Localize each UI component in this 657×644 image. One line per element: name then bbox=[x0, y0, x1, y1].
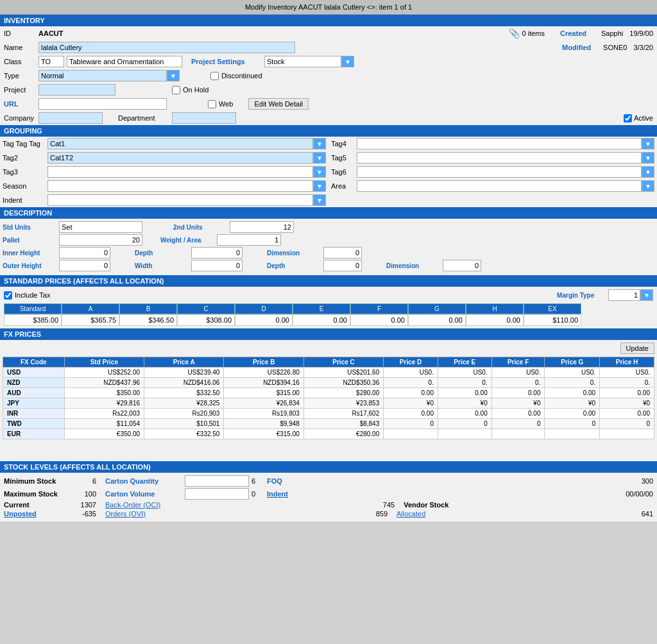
outerheight-input[interactable] bbox=[59, 260, 110, 271]
price-ex[interactable] bbox=[524, 314, 581, 326]
price-b[interactable] bbox=[119, 314, 177, 326]
fx-cell: 0 bbox=[491, 419, 545, 429]
fx-cell: US0. bbox=[600, 368, 654, 378]
edit-web-detail-button[interactable]: Edit Web Detail bbox=[248, 98, 309, 110]
allocated-link[interactable]: Allocated bbox=[397, 510, 448, 518]
current-value: 1307 bbox=[71, 501, 103, 509]
cartonqty-input[interactable] bbox=[185, 475, 249, 487]
secondunits-input[interactable] bbox=[230, 221, 294, 233]
description-section-header: DESCRIPTION bbox=[0, 207, 657, 219]
project-settings-input[interactable] bbox=[264, 56, 341, 67]
tag5-dropdown[interactable]: ▼ bbox=[642, 152, 654, 164]
fx-cell: $332.50 bbox=[144, 388, 224, 398]
name-input[interactable] bbox=[38, 42, 295, 53]
tagtag-dropdown[interactable]: ▼ bbox=[313, 138, 326, 149]
cartonvol-input[interactable] bbox=[185, 488, 249, 500]
include-tax-label: Include Tax bbox=[15, 291, 50, 299]
company-input[interactable] bbox=[38, 112, 103, 124]
modified-user: SONE0 bbox=[603, 44, 627, 51]
col-a: A bbox=[62, 303, 119, 314]
price-c[interactable] bbox=[177, 314, 235, 326]
fx-cell: ¥0 bbox=[384, 398, 438, 409]
tagtag-input[interactable] bbox=[47, 138, 313, 149]
pallet-input[interactable] bbox=[59, 234, 142, 246]
margin-type-dropdown[interactable]: ▼ bbox=[640, 289, 653, 301]
project-settings-dropdown[interactable]: ▼ bbox=[341, 56, 354, 67]
unposted-link[interactable]: Unposted bbox=[4, 510, 68, 518]
tag6-input[interactable] bbox=[357, 166, 642, 178]
id-value: AACUT bbox=[38, 30, 90, 37]
fx-col-a: Price A bbox=[144, 357, 224, 368]
weightarea-input[interactable] bbox=[217, 234, 281, 246]
fx-cell: ¥0 bbox=[545, 398, 600, 409]
class-code-input[interactable] bbox=[38, 56, 64, 67]
innerheight-input[interactable] bbox=[59, 247, 110, 258]
area-input[interactable] bbox=[357, 180, 642, 192]
project-settings-label: Project Settings bbox=[191, 58, 262, 65]
price-f[interactable] bbox=[350, 314, 408, 326]
discontinued-checkbox[interactable] bbox=[210, 72, 219, 80]
fx-cell: 0.00 bbox=[491, 388, 545, 398]
tag4-input[interactable] bbox=[357, 138, 642, 149]
width1-input[interactable] bbox=[191, 260, 243, 271]
fx-cell: NZD$416.06 bbox=[144, 378, 224, 388]
active-checkbox[interactable] bbox=[624, 114, 632, 123]
backorder-link[interactable]: Back-Order (OCI) bbox=[105, 501, 182, 509]
dimension2-input[interactable] bbox=[443, 260, 481, 271]
type-label: Type bbox=[4, 72, 36, 80]
season-dropdown[interactable]: ▼ bbox=[313, 180, 326, 192]
season-input[interactable] bbox=[47, 180, 313, 192]
area-dropdown[interactable]: ▼ bbox=[642, 180, 654, 192]
price-standard[interactable] bbox=[4, 314, 62, 326]
tag2-input[interactable] bbox=[47, 152, 313, 164]
tag3-input[interactable] bbox=[47, 166, 313, 178]
price-h[interactable] bbox=[466, 314, 524, 326]
fx-cell: ¥0 bbox=[491, 398, 545, 409]
onhold-checkbox[interactable] bbox=[172, 86, 180, 94]
minstock-value: 6 bbox=[71, 477, 103, 485]
unposted-value: -635 bbox=[71, 510, 103, 518]
col-c: C bbox=[177, 303, 235, 314]
fx-cell: NZD$350.36 bbox=[303, 378, 383, 388]
fx-cell: 0.00 bbox=[384, 388, 438, 398]
tag3-dropdown[interactable]: ▼ bbox=[313, 166, 326, 178]
web-checkbox[interactable] bbox=[208, 100, 216, 108]
fx-cell: 0. bbox=[438, 378, 491, 388]
price-e[interactable] bbox=[293, 314, 350, 326]
department-input[interactable] bbox=[172, 112, 236, 124]
fx-cell: 0 bbox=[600, 419, 654, 429]
orders-value: 859 bbox=[376, 510, 388, 518]
tag2-dropdown[interactable]: ▼ bbox=[313, 152, 326, 164]
orders-link[interactable]: Orders (OVI) bbox=[105, 510, 182, 518]
outerheight-label: Outer Height bbox=[3, 262, 54, 269]
active-label: Active bbox=[634, 114, 653, 122]
inventory-section-header: INVENTORY bbox=[0, 15, 657, 26]
update-button[interactable]: Update bbox=[620, 343, 654, 354]
depth2-input[interactable] bbox=[323, 260, 362, 271]
include-tax-checkbox[interactable] bbox=[4, 291, 12, 300]
indent-dropdown[interactable]: ▼ bbox=[313, 194, 326, 206]
url-input[interactable] bbox=[38, 98, 167, 110]
project-input[interactable] bbox=[38, 84, 115, 96]
price-a[interactable] bbox=[62, 314, 119, 326]
tag5-input[interactable] bbox=[357, 152, 642, 164]
fx-cell: €280.00 bbox=[303, 429, 383, 439]
depth1-label: Depth bbox=[135, 250, 186, 257]
dimension1-input[interactable] bbox=[323, 247, 362, 258]
fx-cell: 0. bbox=[491, 378, 545, 388]
class-desc-input[interactable] bbox=[67, 56, 182, 67]
type-dropdown[interactable]: ▼ bbox=[167, 70, 180, 81]
fx-cell: 0.00 bbox=[545, 409, 600, 419]
price-g[interactable] bbox=[408, 314, 466, 326]
fx-col-code: FX Code bbox=[3, 357, 65, 368]
fx-col-h: Price H bbox=[600, 357, 654, 368]
indent-input[interactable] bbox=[47, 194, 313, 206]
type-input[interactable] bbox=[38, 70, 167, 81]
tag4-dropdown[interactable]: ▼ bbox=[642, 138, 654, 149]
depth1-input[interactable] bbox=[191, 247, 243, 258]
margin-type-input[interactable] bbox=[608, 289, 640, 301]
price-d[interactable] bbox=[235, 314, 293, 326]
tag6-dropdown[interactable]: ▼ bbox=[642, 166, 654, 178]
indent-link[interactable]: Indent bbox=[267, 490, 293, 498]
stdunits-input[interactable] bbox=[59, 221, 142, 233]
